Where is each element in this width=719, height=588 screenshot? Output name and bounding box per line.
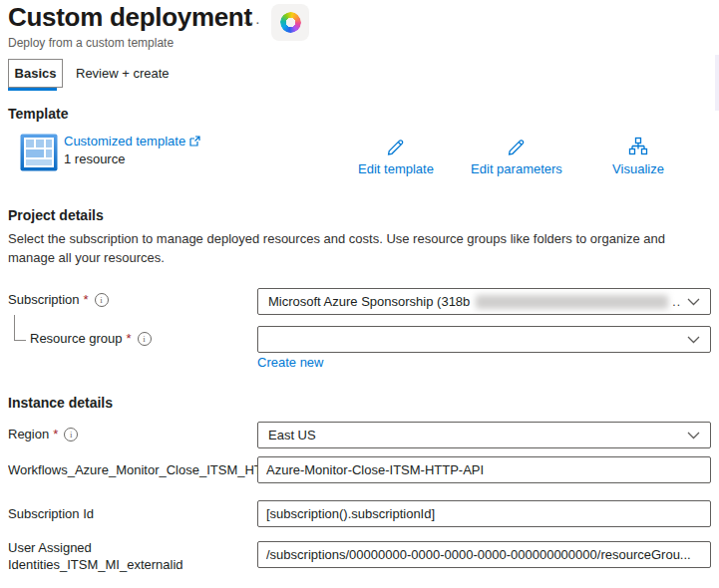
field-connector-horizontal	[14, 340, 26, 341]
project-details-description: Select the subscription to manage deploy…	[8, 229, 709, 267]
edit-template-label: Edit template	[358, 161, 434, 176]
page-subtitle: Deploy from a custom template	[8, 36, 174, 50]
page-title: Custom deployment	[8, 2, 252, 33]
pencil-icon	[507, 137, 527, 156]
copilot-icon	[277, 9, 304, 36]
subscription-id-input[interactable]	[257, 500, 711, 527]
scrollbar[interactable]	[715, 55, 719, 111]
field-connector-vertical	[14, 315, 15, 340]
info-icon[interactable]: i	[95, 293, 109, 307]
active-tab-underline	[8, 88, 57, 91]
user-assigned-identity-label: User Assigned Identities_ITSM_MI_externa…	[8, 539, 251, 573]
workflows-name-label: Workflows_Azure_Monitor_Close_ITSM_HTT	[8, 462, 257, 477]
edit-parameters-button[interactable]: Edit parameters	[461, 137, 572, 176]
chevron-down-icon	[687, 432, 700, 440]
region-dropdown[interactable]: East US	[257, 422, 711, 448]
subscription-label-text: Subscription	[8, 292, 80, 307]
required-marker: *	[53, 427, 58, 441]
instance-details-heading: Instance details	[8, 395, 113, 411]
template-icon	[20, 134, 58, 171]
external-link-icon	[189, 136, 200, 147]
template-resource-count: 1 resource	[64, 151, 125, 166]
workflows-name-input[interactable]	[257, 456, 711, 483]
tab-basics[interactable]: Basics	[8, 59, 63, 88]
project-details-heading: Project details	[8, 207, 104, 223]
info-icon[interactable]: i	[64, 428, 78, 441]
more-options-button[interactable]: ...	[243, 10, 262, 27]
template-section-heading: Template	[8, 106, 68, 122]
subscription-id-label: Subscription Id	[8, 506, 94, 521]
redacted-subscription-id	[476, 295, 668, 309]
visualize-button[interactable]: Visualize	[594, 137, 682, 176]
pencil-icon	[386, 137, 406, 156]
subscription-value-prefix: Microsoft Azure Sponsorship (318b	[268, 294, 470, 309]
user-assigned-identity-input[interactable]	[257, 541, 711, 568]
customized-template-link-label: Customized template	[64, 134, 185, 148]
region-label: Region * i	[8, 427, 78, 441]
chevron-down-icon	[687, 298, 700, 306]
resource-group-label: Resource group * i	[30, 331, 152, 346]
required-marker: *	[127, 331, 132, 346]
create-new-link[interactable]: Create new	[257, 355, 323, 370]
info-icon[interactable]: i	[138, 332, 152, 346]
edit-template-button[interactable]: Edit template	[346, 137, 446, 176]
customized-template-link[interactable]: Customized template	[64, 134, 200, 148]
tab-basics-label: Basics	[15, 66, 57, 81]
required-marker: *	[84, 292, 89, 307]
org-chart-icon	[628, 137, 648, 156]
subscription-label: Subscription * i	[8, 292, 109, 307]
resource-group-label-text: Resource group	[30, 331, 123, 346]
custom-deployment-blade: Custom deployment ... Deploy from a cust…	[0, 0, 719, 588]
region-value: East US	[268, 428, 316, 442]
tab-review-create[interactable]: Review + create	[76, 59, 170, 88]
edit-parameters-label: Edit parameters	[471, 161, 562, 176]
region-label-text: Region	[8, 427, 49, 441]
chevron-down-icon	[687, 336, 700, 344]
visualize-label: Visualize	[612, 161, 664, 176]
resource-group-dropdown[interactable]	[257, 326, 711, 353]
copilot-button[interactable]	[271, 4, 309, 41]
subscription-dropdown[interactable]: Microsoft Azure Sponsorship (318b ..	[257, 288, 711, 315]
subscription-value-suffix: ..	[672, 295, 681, 309]
